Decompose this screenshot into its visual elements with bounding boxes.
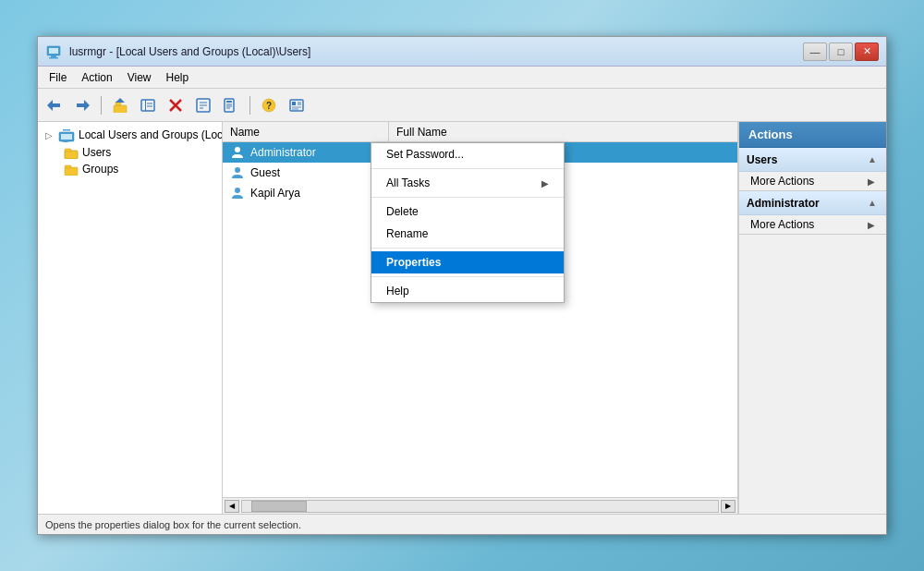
users-collapse-arrow: ▲ xyxy=(868,154,877,164)
actions-admin-more[interactable]: More Actions ▶ xyxy=(739,215,886,234)
ctx-rename[interactable]: Rename xyxy=(371,223,564,245)
svg-rect-21 xyxy=(226,101,232,103)
actions-section-administrator: Administrator ▲ More Actions ▶ xyxy=(739,191,886,235)
svg-rect-37 xyxy=(62,142,69,143)
actions-section-users: Users ▲ More Actions ▶ xyxy=(739,148,886,191)
svg-rect-42 xyxy=(65,165,71,168)
ctx-sep-2 xyxy=(371,197,564,198)
ctx-help[interactable]: Help xyxy=(371,280,564,302)
delete-button[interactable] xyxy=(163,93,188,117)
list-header: Name Full Name xyxy=(223,122,737,142)
user-icon-administrator xyxy=(230,145,245,160)
svg-point-43 xyxy=(235,147,240,152)
status-bar: Opens the properties dialog box for the … xyxy=(38,514,886,534)
svg-rect-28 xyxy=(292,102,296,105)
user-icon-kapil xyxy=(230,186,245,200)
svg-text:?: ? xyxy=(266,101,272,111)
show-hide-button[interactable] xyxy=(135,93,161,117)
help-button[interactable]: ? xyxy=(256,93,282,117)
svg-rect-1 xyxy=(49,48,58,54)
ctx-sep-1 xyxy=(371,168,564,169)
actions-users-header[interactable]: Users ▲ xyxy=(739,148,886,172)
svg-rect-11 xyxy=(145,100,146,111)
title-bar-left: lusrmgr - [Local Users and Groups (Local… xyxy=(45,43,310,61)
forward-button[interactable] xyxy=(69,93,95,117)
window-title: lusrmgr - [Local Users and Groups (Local… xyxy=(69,45,310,58)
menu-file[interactable]: File xyxy=(42,69,74,86)
actions-admin-header[interactable]: Administrator ▲ xyxy=(739,191,886,215)
toolbar-separator-1 xyxy=(101,96,102,115)
svg-marker-9 xyxy=(116,98,125,103)
all-tasks-arrow: ▶ xyxy=(541,178,549,188)
list-item-guest-name: Guest xyxy=(250,166,280,179)
main-window: lusrmgr - [Local Users and Groups (Local… xyxy=(37,36,887,535)
svg-rect-34 xyxy=(61,134,72,140)
menu-action[interactable]: Action xyxy=(74,69,119,86)
ctx-sep-3 xyxy=(371,248,564,249)
export-button[interactable] xyxy=(218,93,244,117)
tree-pane: ▷ Local Users and Groups (Local) xyxy=(38,122,223,514)
tree-children: Users Groups xyxy=(60,144,218,177)
ctx-sep-4 xyxy=(371,276,564,277)
svg-rect-40 xyxy=(65,149,71,152)
actions-users-more[interactable]: More Actions ▶ xyxy=(739,172,886,190)
back-button[interactable] xyxy=(42,93,67,117)
menu-view[interactable]: View xyxy=(120,69,159,86)
list-item-kapil-name: Kapil Arya xyxy=(250,187,300,200)
svg-marker-5 xyxy=(77,100,90,111)
tree-item-users-label: Users xyxy=(82,146,111,159)
svg-rect-6 xyxy=(114,105,127,113)
ctx-all-tasks[interactable]: All Tasks ▶ xyxy=(371,172,564,194)
toolbar-separator-2 xyxy=(249,96,250,115)
menu-bar: File Action View Help xyxy=(38,67,886,89)
scroll-thumb xyxy=(251,501,307,512)
col-header-name[interactable]: Name xyxy=(223,122,389,141)
list-pane: Name Full Name Administrator xyxy=(223,122,738,514)
svg-rect-3 xyxy=(49,57,58,59)
svg-rect-38 xyxy=(65,151,78,159)
svg-rect-41 xyxy=(65,167,78,176)
horizontal-scrollbar: ◀ ▶ xyxy=(223,497,737,514)
scroll-left-button[interactable]: ◀ xyxy=(225,500,239,513)
svg-point-44 xyxy=(235,167,240,173)
tree-item-groups-label: Groups xyxy=(82,163,118,176)
svg-rect-35 xyxy=(63,129,70,131)
app-icon xyxy=(45,43,64,61)
admin-more-arrow: ▶ xyxy=(868,220,875,230)
view-button[interactable] xyxy=(284,93,310,117)
maximize-button[interactable]: □ xyxy=(829,43,853,61)
menu-help[interactable]: Help xyxy=(159,69,197,86)
col-header-fullname[interactable]: Full Name xyxy=(389,122,737,141)
users-more-arrow: ▶ xyxy=(868,176,875,187)
context-menu: Set Password... All Tasks ▶ Delete Renam… xyxy=(371,142,565,303)
tree-item-users[interactable]: Users xyxy=(60,144,218,161)
svg-point-45 xyxy=(235,188,240,193)
scroll-right-button[interactable]: ▶ xyxy=(721,500,736,513)
actions-pane: Actions Users ▲ More Actions ▶ Administr… xyxy=(738,122,886,514)
actions-title: Actions xyxy=(739,122,886,148)
tree-root-label: Local Users and Groups (Local) xyxy=(79,128,223,141)
root-expand-arrow: ▷ xyxy=(45,130,53,140)
ctx-properties[interactable]: Properties xyxy=(371,251,564,273)
tree-item-groups[interactable]: Groups xyxy=(60,161,218,177)
scroll-track[interactable] xyxy=(241,500,719,513)
ctx-delete[interactable]: Delete xyxy=(371,200,564,223)
svg-rect-2 xyxy=(51,55,56,57)
properties-button[interactable] xyxy=(190,93,216,117)
content-area: ▷ Local Users and Groups (Local) xyxy=(38,122,886,514)
svg-rect-10 xyxy=(141,100,154,111)
list-item-administrator-name: Administrator xyxy=(250,146,316,159)
user-icon-guest xyxy=(230,165,245,180)
minimize-button[interactable]: — xyxy=(803,43,827,61)
ctx-set-password[interactable]: Set Password... xyxy=(371,143,564,165)
svg-marker-4 xyxy=(47,100,60,111)
close-button[interactable]: ✕ xyxy=(855,43,879,61)
status-text: Opens the properties dialog box for the … xyxy=(45,519,301,530)
admin-collapse-arrow: ▲ xyxy=(868,198,877,208)
title-bar: lusrmgr - [Local Users and Groups (Local… xyxy=(38,37,886,67)
tree-root-item[interactable]: ▷ Local Users and Groups (Local) xyxy=(42,126,218,144)
toolbar: ? xyxy=(38,89,886,122)
up-button[interactable] xyxy=(107,93,133,117)
window-controls: — □ ✕ xyxy=(803,43,879,61)
